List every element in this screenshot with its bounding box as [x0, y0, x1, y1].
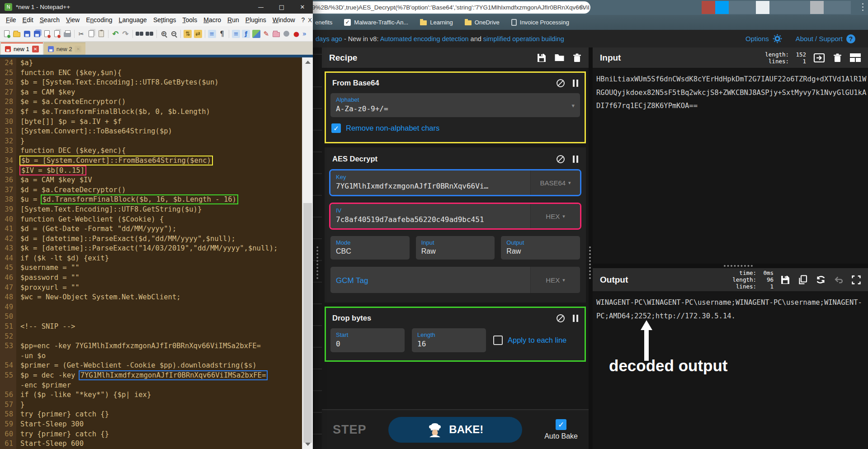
menu-item-encoding[interactable]: Encoding [83, 15, 115, 25]
print-icon[interactable] [63, 29, 71, 38]
remove-non-alphabet-checkbox[interactable]: ✓ Remove non-alphabet chars [331, 123, 579, 133]
browser-extension-icon[interactable] [824, 1, 837, 14]
menu-item-macro[interactable]: Macro [200, 15, 224, 25]
open-folder-icon[interactable] [13, 29, 21, 38]
close-document-button[interactable]: X [308, 17, 317, 24]
bookmark-item[interactable]: OneDrive [465, 19, 500, 26]
menu-item-settings[interactable]: Settings [150, 15, 179, 25]
options-button[interactable]: Options [745, 34, 782, 43]
close-tab-icon[interactable]: ✕ [75, 46, 81, 52]
undo-icon[interactable]: ↶ [111, 29, 119, 38]
find-icon[interactable] [136, 29, 144, 38]
switch-io-icon[interactable] [816, 275, 826, 284]
op-drop-bytes[interactable]: Drop bytes Start 0 Length 16 [325, 307, 586, 362]
indent-guide-icon[interactable]: ≡ [232, 29, 240, 38]
bake-button[interactable]: BAKE! [388, 417, 522, 443]
function-list-icon[interactable]: ƒ [242, 29, 250, 38]
word-wrap-icon[interactable]: ≡ [208, 29, 216, 38]
splitter-handle[interactable] [589, 246, 591, 279]
redo-icon[interactable]: ↷ [121, 29, 129, 38]
browser-menu-icon[interactable] [862, 3, 863, 11]
save-icon[interactable] [23, 29, 31, 38]
browser-extension-icon[interactable] [715, 1, 729, 14]
mode-select[interactable]: Mode CBC [330, 236, 410, 260]
length-field[interactable]: Length 16 [412, 328, 486, 352]
copy-output-icon[interactable] [798, 275, 807, 284]
sync-v-icon[interactable]: ⇅ [184, 29, 192, 38]
op-from-base64[interactable]: From Base64 Alphabet A-Za-z0-9+/= ▾ ✓ Re… [325, 71, 586, 143]
output-type-select[interactable]: Output Raw [501, 236, 580, 260]
notice-link[interactable]: simplified operation building [483, 35, 564, 43]
save-all-icon[interactable] [33, 29, 41, 38]
disable-op-icon[interactable] [557, 155, 565, 163]
gcm-tag-field[interactable]: GCM Tag HEX ▾ [330, 267, 580, 293]
show-symbols-icon[interactable]: ¶ [218, 29, 226, 38]
op-aes-decrypt[interactable]: AES Decrypt Key 7YG1MlhIxmdfxzmgonAJfIr0… [325, 147, 586, 302]
layout-icon[interactable] [850, 53, 861, 62]
close-icon[interactable] [43, 29, 51, 38]
close-button[interactable]: ✕ [292, 0, 313, 14]
menu-item-window[interactable]: Window [269, 15, 298, 25]
code-editor[interactable]: 24$a}25function ENC ($key,$un){26$b = [S… [0, 57, 313, 449]
close-tab-icon[interactable]: ✕ [32, 46, 39, 52]
paste-icon[interactable] [97, 29, 105, 38]
toolbar-overflow-icon[interactable]: » [302, 30, 310, 38]
save-output-icon[interactable] [781, 275, 790, 284]
clear-io-trash-icon[interactable] [833, 53, 842, 62]
browser-extension-icon[interactable] [756, 1, 769, 14]
menu-item-search[interactable]: Search [37, 15, 63, 25]
sync-h-icon[interactable]: ⇄ [194, 29, 202, 38]
minimize-button[interactable]: — [250, 0, 271, 14]
menu-item-tools[interactable]: Tools [179, 15, 201, 25]
scrollbar-thumb[interactable] [303, 203, 312, 443]
notice-link[interactable]: days ago [316, 35, 342, 43]
scroll-down-icon[interactable] [305, 443, 311, 446]
operations-splitter-handle[interactable] [316, 246, 318, 279]
zoom-in-icon[interactable]: + [160, 29, 168, 38]
new-file-icon[interactable] [3, 29, 11, 38]
browser-extension-icon[interactable] [702, 1, 715, 14]
breakpoint-icon[interactable] [573, 315, 578, 322]
gcm-type-dropdown[interactable]: HEX ▾ [530, 267, 580, 293]
start-field[interactable]: Start 0 [330, 328, 405, 352]
menu-item-run[interactable]: Run [224, 15, 242, 25]
menu-item-view[interactable]: View [63, 15, 83, 25]
input-type-select[interactable]: Input Raw [416, 236, 495, 260]
breakpoint-icon[interactable] [573, 80, 578, 87]
iv-field[interactable]: IV 7c8af40519d7aafeba56220c49ad9bc451 HE… [330, 204, 580, 228]
tab-new-1[interactable]: new 1✕ [1, 43, 43, 55]
browser-extension-icon[interactable] [729, 1, 742, 14]
notepad-titlebar[interactable]: N *new 1 - Notepad++ — □ ✕ [0, 0, 313, 14]
disable-op-icon[interactable] [557, 79, 565, 87]
browser-extension-icon[interactable] [742, 1, 756, 14]
bookmark-item[interactable]: enefits [315, 19, 332, 26]
io-splitter[interactable] [593, 264, 868, 268]
browser-extension-icon[interactable] [810, 1, 824, 14]
tab-new-2[interactable]: new 2✕ [44, 43, 86, 55]
menu-item-file[interactable]: File [3, 15, 19, 25]
open-file-icon[interactable] [813, 53, 825, 63]
input-text[interactable]: HBniLtiaxWUm5Sf6dnCWsdK8cYErHdHpkDmT2G7I… [593, 68, 868, 118]
menu-item-edit[interactable]: Edit [19, 15, 37, 25]
key-type-dropdown[interactable]: BASE64 ▾ [530, 170, 580, 195]
bookmark-item[interactable]: Learning [420, 19, 453, 26]
recipe-io-splitter[interactable] [589, 47, 593, 449]
menu-item-plugins[interactable]: Plugins [242, 15, 269, 25]
editor-scrollbar[interactable] [302, 57, 313, 449]
browser-extension-icon[interactable] [769, 1, 783, 14]
apply-each-line-checkbox[interactable]: Apply to each line [493, 336, 566, 345]
record-macro-icon[interactable]: ● [292, 29, 300, 38]
menu-item-[interactable]: ? [298, 15, 308, 25]
browser-extension-icon[interactable] [837, 1, 851, 14]
browser-extension-icon[interactable] [797, 1, 810, 14]
clear-recipe-trash-icon[interactable] [573, 53, 581, 62]
replace-icon[interactable] [146, 29, 154, 38]
browser-extension-icon[interactable] [783, 1, 797, 14]
scroll-up-icon[interactable] [305, 61, 311, 64]
save-recipe-icon[interactable] [537, 53, 546, 62]
bookmark-star-icon[interactable]: ☆ [579, 3, 585, 11]
doc-switcher-icon[interactable]: ✎ [262, 29, 270, 38]
load-recipe-folder-icon[interactable] [554, 53, 565, 62]
bookmark-item[interactable]: Invoice Processing [511, 19, 569, 26]
zoom-out-icon[interactable]: − [170, 29, 178, 38]
